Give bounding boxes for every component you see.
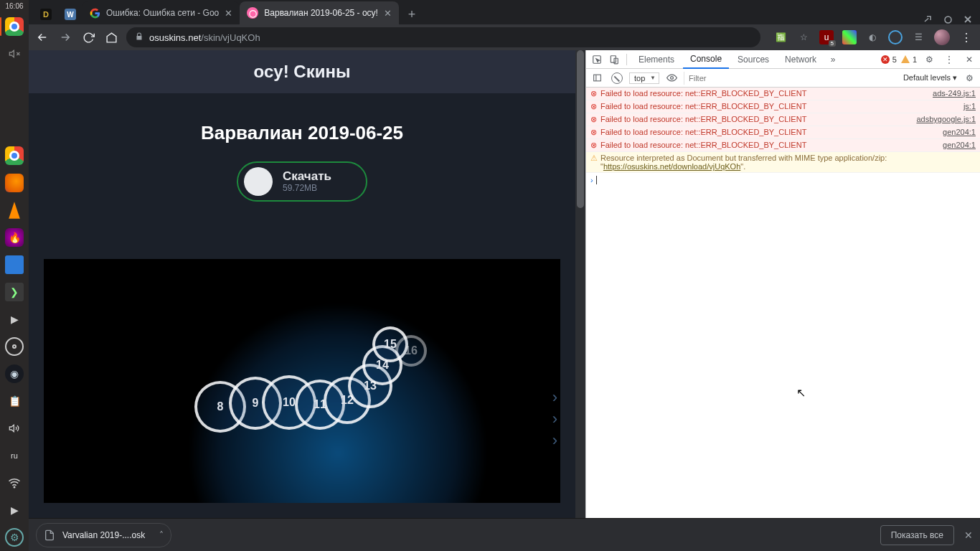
extension-opera-icon[interactable] (888, 30, 903, 44)
console-row[interactable]: ⊗Failed to load resource: net::ERR_BLOCK… (586, 139, 980, 152)
dock-app-settings[interactable]: ⚙ (5, 528, 24, 547)
downloads-shelf: Varvalian 2019-....osk ˄ Показать все ✕ (29, 518, 980, 551)
more-tabs-icon[interactable]: » (825, 52, 841, 67)
pinned-tab-d[interactable]: D (36, 4, 56, 24)
mute-icon[interactable] (5, 44, 24, 63)
filter-input[interactable] (684, 72, 899, 85)
chevron-right-icon[interactable]: › (552, 388, 557, 407)
google-icon (89, 7, 100, 19)
window-close-icon[interactable] (963, 14, 973, 24)
page-content: осу! Скины Варвалиан 2019-06-25 Скачать … (29, 50, 575, 518)
close-icon[interactable]: ✕ (964, 529, 973, 541)
tab-elements[interactable]: Elements (631, 50, 682, 69)
sidebar-toggle-icon[interactable] (589, 70, 605, 86)
chevron-right-icon[interactable]: › (552, 431, 557, 450)
home-button[interactable] (103, 29, 119, 45)
device-toggle-icon[interactable] (606, 52, 622, 67)
dock-app-obs[interactable] (5, 337, 24, 356)
bookmark-icon[interactable]: ☆ (796, 30, 811, 44)
dock-app-files[interactable] (5, 255, 24, 274)
skin-title: Варвалиан 2019-06-25 (201, 122, 403, 144)
console-row[interactable]: ⊗Failed to load resource: net::ERR_BLOCK… (586, 100, 980, 113)
keyboard-layout[interactable]: ru (5, 446, 24, 465)
reload-button[interactable] (80, 29, 96, 45)
dock-app-firefox[interactable] (5, 174, 24, 192)
omnibox[interactable]: osuskins.net/skin/vjUqKOh (126, 27, 760, 47)
close-icon[interactable]: ✕ (384, 8, 392, 19)
kebab-menu-icon[interactable]: ⋮ (958, 29, 974, 45)
download-filename: Varvalian 2019-....osk (62, 530, 145, 540)
reading-list-icon[interactable]: ☰ (911, 30, 925, 44)
dock-app-chrome[interactable] (5, 17, 24, 36)
console-row[interactable]: ⊗Failed to load resource: net::ERR_BLOCK… (586, 88, 980, 100)
gear-icon[interactable]: ⚙ (921, 52, 937, 67)
close-icon[interactable]: ✕ (225, 8, 232, 19)
wifi-icon[interactable] (5, 474, 24, 492)
profile-avatar[interactable] (934, 29, 950, 45)
console-row[interactable]: ⚠Resource interpreted as Document but tr… (586, 152, 980, 173)
console-log[interactable]: ⊗Failed to load resource: net::ERR_BLOCK… (586, 88, 980, 518)
tab-osuskins[interactable]: ◯ Варвалиан 2019-06-25 - осу! ✕ (240, 1, 399, 24)
window-maximize-icon[interactable] (943, 14, 953, 24)
back-button[interactable] (34, 29, 50, 45)
close-icon[interactable]: ✕ (961, 52, 977, 67)
live-expression-icon[interactable] (664, 70, 679, 86)
tab-google-error[interactable]: Ошибка: Ошибка сети - Goo ✕ (82, 1, 240, 24)
dock-app-terminal[interactable]: ❯ (5, 283, 24, 301)
expand-icon[interactable]: ▶ (5, 501, 24, 519)
skin-preview[interactable]: 8 9 10 11 12 13 14 15 16 › › › (44, 259, 560, 503)
clock: 16:06 (5, 2, 23, 10)
svg-point-3 (945, 17, 951, 23)
devtools-panel: Elements Console Sources Network » ✕5 1 … (585, 50, 980, 518)
ubuntu-dock: 16:06 🔥 ❯ ▶ ◉ 📋 ru ▶ ⚙ (0, 0, 29, 551)
extension-rainbow-icon[interactable] (842, 30, 857, 44)
file-icon (44, 529, 55, 541)
console-row[interactable]: ⊗Failed to load resource: net::ERR_BLOCK… (586, 113, 980, 126)
context-select[interactable]: top (629, 72, 659, 84)
site-title: осу! Скины (254, 62, 351, 82)
error-count[interactable]: ✕5 (881, 55, 897, 64)
chevron-right-icon[interactable]: › (552, 410, 557, 428)
play-icon[interactable]: ▶ (5, 310, 24, 329)
console-prompt[interactable]: › (586, 173, 980, 187)
dock-app-steam[interactable]: ◉ (5, 364, 24, 383)
tab-network[interactable]: Network (778, 50, 824, 69)
omnibox-host: osuskins.net/skin/vjUqKOh (149, 32, 260, 43)
tab-title: Варвалиан 2019-06-25 - осу! (264, 8, 378, 18)
chevron-up-icon[interactable]: ˄ (159, 530, 164, 540)
download-label: Скачать (283, 170, 331, 184)
console-row[interactable]: ⊗Failed to load resource: net::ERR_BLOCK… (586, 126, 980, 139)
extension-shield-icon[interactable]: ◐ (865, 30, 880, 44)
download-size: 59.72MB (283, 184, 331, 193)
lock-icon (135, 32, 143, 43)
dock-app-chrome-2[interactable] (5, 146, 24, 165)
svg-point-9 (670, 77, 673, 80)
inspect-icon[interactable] (589, 52, 605, 67)
site-header: осу! Скины (29, 50, 575, 93)
window-minimize-icon[interactable] (923, 14, 933, 24)
tab-console[interactable]: Console (683, 50, 729, 69)
svg-rect-5 (611, 55, 616, 62)
download-button[interactable]: Скачать 59.72MB (237, 161, 367, 202)
pinned-tab-vk[interactable]: W (60, 4, 80, 24)
download-item[interactable]: Varvalian 2019-....osk ˄ (36, 523, 171, 547)
dock-app-flame[interactable]: 🔥 (5, 228, 24, 247)
gear-icon[interactable]: ⚙ (961, 70, 977, 86)
tab-sources[interactable]: Sources (730, 50, 776, 69)
dock-app-clipboard[interactable]: 📋 (5, 392, 24, 410)
kebab-menu-icon[interactable]: ⋮ (941, 52, 957, 67)
volume-icon[interactable] (5, 419, 24, 438)
forward-button[interactable] (57, 29, 73, 45)
warning-count[interactable]: 1 (901, 55, 917, 64)
svg-rect-7 (593, 75, 600, 81)
console-toolbar: top Default levels ▾ ⚙ (586, 69, 980, 88)
ublock-icon[interactable]: u (819, 30, 834, 44)
dock-app-vlc[interactable] (5, 201, 24, 220)
new-tab-button[interactable]: + (402, 4, 422, 24)
clear-console-icon[interactable] (609, 70, 625, 86)
show-all-downloads-button[interactable]: Показать все (880, 525, 954, 545)
tab-title: Ошибка: Ошибка сети - Goo (106, 8, 219, 18)
log-levels-dropdown[interactable]: Default levels ▾ (903, 73, 957, 83)
page-scrollbar[interactable] (575, 50, 585, 518)
translate-icon[interactable]: 🈯 (773, 30, 788, 44)
